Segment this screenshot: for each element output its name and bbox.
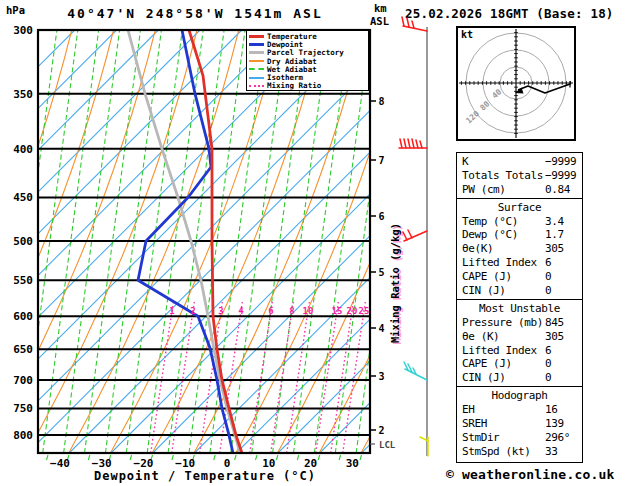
table-row-label: K xyxy=(462,155,468,168)
pressure-tick-label: 450 xyxy=(13,191,33,204)
wind-barb xyxy=(404,362,427,380)
chart-legend: TemperatureDewpointParcel TrajectoryDry … xyxy=(246,30,369,91)
table-row: StmSpd (kt)33 xyxy=(457,445,582,459)
pressure-tick-label: 650 xyxy=(13,343,33,356)
table-row-label: CAPE (J) xyxy=(462,270,512,283)
table-row-label: Lifted Index xyxy=(462,344,537,357)
table-row-value: 0 xyxy=(545,371,551,385)
legend-line-swatch xyxy=(249,43,264,46)
table-row-value: 6 xyxy=(545,344,551,358)
table-row-label: Totals Totals xyxy=(462,169,543,182)
legend-item-mixing-ratio: Mixing Ratio xyxy=(249,82,368,90)
table-row-label: θe (K) xyxy=(462,330,499,343)
table-row-label: Dewp (°C) xyxy=(462,228,518,241)
table-row-label: θe(K) xyxy=(462,242,493,255)
pressure-tick-label: 550 xyxy=(13,274,33,287)
table-row-value: 0.84 xyxy=(545,183,570,197)
table-row-value: 296° xyxy=(545,431,570,445)
mixing-ratio-label: 2 xyxy=(190,306,195,316)
table-row-value: −9999 xyxy=(545,155,576,169)
pressure-tick-label: 700 xyxy=(13,374,33,387)
hodograph-trace xyxy=(518,84,570,93)
hodograph-ring-label: 120 xyxy=(464,109,481,125)
km-tick-label: 4 xyxy=(379,323,385,334)
legend-line-swatch xyxy=(249,35,264,38)
table-row-value: 0 xyxy=(545,270,551,284)
table-row-value: −9999 xyxy=(545,169,576,183)
table-row-value: 305 xyxy=(545,242,564,256)
table-row-value: 0 xyxy=(545,284,551,298)
pressure-tick-label: 500 xyxy=(13,235,33,248)
table-row-value: 33 xyxy=(545,445,557,459)
sounding-indices-table: K−9999Totals Totals−9999PW (cm)0.84Surfa… xyxy=(456,152,583,463)
wind-barb xyxy=(402,17,427,31)
hodograph-ring-label: 80 xyxy=(478,99,491,112)
mixing-ratio-label: 10 xyxy=(303,306,314,316)
pressure-tick-label: 600 xyxy=(13,310,33,323)
mixing-ratio-label: 1 xyxy=(169,306,174,316)
table-section-header: Hodograph xyxy=(457,389,582,403)
table-row-label: SREH xyxy=(462,417,487,430)
pressure-tick-label: 400 xyxy=(13,143,33,156)
km-tick-label: 7 xyxy=(379,155,385,166)
table-row-value: 6 xyxy=(545,256,551,270)
pressure-tick-label: 350 xyxy=(13,88,33,101)
copyright-notice: © weatheronline.co.uk xyxy=(446,467,615,482)
table-row: Lifted Index6 xyxy=(457,344,582,358)
table-row: SREH139 xyxy=(457,417,582,431)
table-row: CAPE (J)0 xyxy=(457,270,582,284)
hodograph-unit-label: kt xyxy=(461,29,473,40)
table-row-value: 845 xyxy=(545,316,564,330)
mixing-ratio-label: 15 xyxy=(332,306,343,316)
mixing-ratio-axis-label: Mixing Ratio (g/kg) xyxy=(389,223,401,343)
table-section: SurfaceTemp (°C)3.4Dewp (°C)1.7θe(K)305L… xyxy=(457,198,582,299)
table-row: K−9999 xyxy=(457,155,582,169)
legend-label: Mixing Ratio xyxy=(267,81,321,90)
table-row: StmDir296° xyxy=(457,431,582,445)
table-row: Temp (°C)3.4 xyxy=(457,215,582,229)
mixing-ratio-label: 25 xyxy=(359,306,370,316)
table-row-value: 305 xyxy=(545,330,564,344)
table-row-value: 139 xyxy=(545,417,564,431)
mixing-ratio-label: 20 xyxy=(347,306,358,316)
pressure-tick-label: 300 xyxy=(13,24,33,37)
legend-line-swatch xyxy=(249,60,264,62)
wind-barb xyxy=(403,230,427,241)
table-row-label: StmSpd (kt) xyxy=(462,445,530,458)
table-row-label: PW (cm) xyxy=(462,183,506,196)
table-section: HodographEH16SREH139StmDir296°StmSpd (kt… xyxy=(457,386,582,459)
km-tick-label: 8 xyxy=(379,96,385,107)
pressure-tick-label: 750 xyxy=(13,402,33,415)
table-row: Totals Totals−9999 xyxy=(457,169,582,183)
table-row-label: EH xyxy=(462,403,474,416)
mixing-ratio-label: 6 xyxy=(268,306,273,316)
table-row-label: CIN (J) xyxy=(462,371,506,384)
table-row-label: CAPE (J) xyxy=(462,357,512,370)
table-section: K−9999Totals Totals−9999PW (cm)0.84 xyxy=(457,153,582,198)
table-row-value: 3.4 xyxy=(545,215,564,229)
table-row: CAPE (J)0 xyxy=(457,357,582,371)
table-section-header: Most Unstable xyxy=(457,302,582,316)
table-row: Pressure (mb)845 xyxy=(457,316,582,330)
km-tick-label: 6 xyxy=(379,211,385,222)
table-row: CIN (J)0 xyxy=(457,371,582,385)
mixing-ratio-label: 8 xyxy=(289,306,294,316)
legend-line-swatch xyxy=(249,51,264,54)
table-row: Dewp (°C)1.7 xyxy=(457,228,582,242)
table-row-label: Pressure (mb) xyxy=(462,316,543,329)
skewt-sounding-page: hPa 40°47'N 248°58'W 1541m ASL km ASL 25… xyxy=(0,0,629,486)
table-row-label: Temp (°C) xyxy=(462,215,518,228)
table-row: Lifted Index6 xyxy=(457,256,582,270)
table-row-label: StmDir xyxy=(462,431,499,444)
table-row-label: CIN (J) xyxy=(462,284,506,297)
km-tick-label: 3 xyxy=(379,371,385,382)
hodograph-panel: 4080120 kt xyxy=(456,26,576,141)
table-row-label: Lifted Index xyxy=(462,256,537,269)
table-row-value: 16 xyxy=(545,403,557,417)
legend-line-swatch xyxy=(249,85,264,87)
table-row: PW (cm)0.84 xyxy=(457,183,582,197)
wind-barb xyxy=(399,139,427,148)
legend-line-swatch xyxy=(249,77,264,79)
hodograph-plot: 4080120 xyxy=(458,28,574,139)
mixing-ratio-label: 4 xyxy=(238,306,244,316)
